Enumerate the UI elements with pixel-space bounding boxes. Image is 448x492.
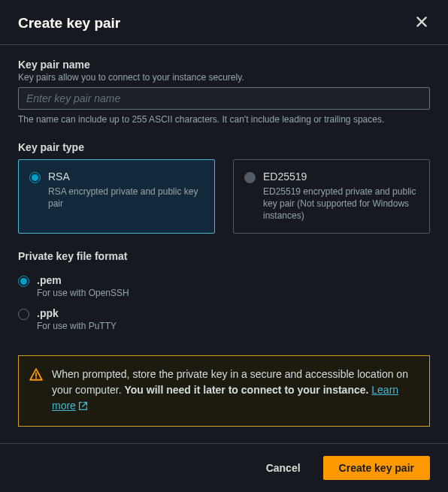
option-description: ED25519 encrypted private and public key… <box>263 186 419 222</box>
store-key-warning-alert: When prompted, store the private key in … <box>18 355 430 427</box>
close-icon <box>415 15 428 31</box>
external-link-icon <box>78 400 88 415</box>
modal-body: Key pair name Key pairs allow you to con… <box>0 45 448 443</box>
field-label: Private key file format <box>18 250 430 262</box>
radio-indicator <box>18 309 29 320</box>
private-key-format-field: Private key file format .pem For use wit… <box>18 250 430 336</box>
option-description: For use with PuTTY <box>37 321 117 331</box>
radio-indicator <box>29 172 41 183</box>
modal-footer: Cancel Create key pair <box>0 443 448 492</box>
svg-point-1 <box>35 377 37 379</box>
cancel-button[interactable]: Cancel <box>251 456 316 480</box>
format-option-ppk[interactable]: .ppk For use with PuTTY <box>18 303 430 336</box>
option-description: For use with OpenSSH <box>37 288 129 298</box>
radio-indicator <box>18 276 29 287</box>
option-title: .ppk <box>37 307 117 319</box>
alert-text: When prompted, store the private key in … <box>52 367 419 415</box>
option-title: ED25519 <box>263 171 419 183</box>
modal-title: Create key pair <box>18 15 120 32</box>
keypair-type-field: Key pair type RSA RSA encrypted private … <box>18 141 430 234</box>
keypair-type-option-rsa[interactable]: RSA RSA encrypted private and public key… <box>18 159 215 234</box>
keypair-name-field: Key pair name Key pairs allow you to con… <box>18 59 430 125</box>
option-description: RSA encrypted private and public key pai… <box>48 186 204 210</box>
format-option-pem[interactable]: .pem For use with OpenSSH <box>18 270 430 303</box>
field-description: Key pairs allow you to connect to your i… <box>18 72 430 83</box>
option-title: RSA <box>48 171 204 183</box>
keypair-type-option-ed25519[interactable]: ED25519 ED25519 encrypted private and pu… <box>233 159 430 234</box>
radio-indicator <box>244 172 256 183</box>
option-title: .pem <box>37 274 129 286</box>
create-key-pair-modal: Create key pair Key pair name Key pairs … <box>0 0 448 492</box>
field-label: Key pair name <box>18 59 430 71</box>
modal-header: Create key pair <box>0 0 448 45</box>
keypair-name-input[interactable] <box>18 87 430 110</box>
field-label: Key pair type <box>18 141 430 153</box>
field-constraint: The name can include up to 255 ASCII cha… <box>18 114 430 125</box>
warning-icon <box>29 368 43 415</box>
close-button[interactable] <box>413 14 430 32</box>
create-key-pair-button[interactable]: Create key pair <box>323 456 430 480</box>
alert-text-emphasis: You will need it later to connect to you… <box>125 384 369 396</box>
